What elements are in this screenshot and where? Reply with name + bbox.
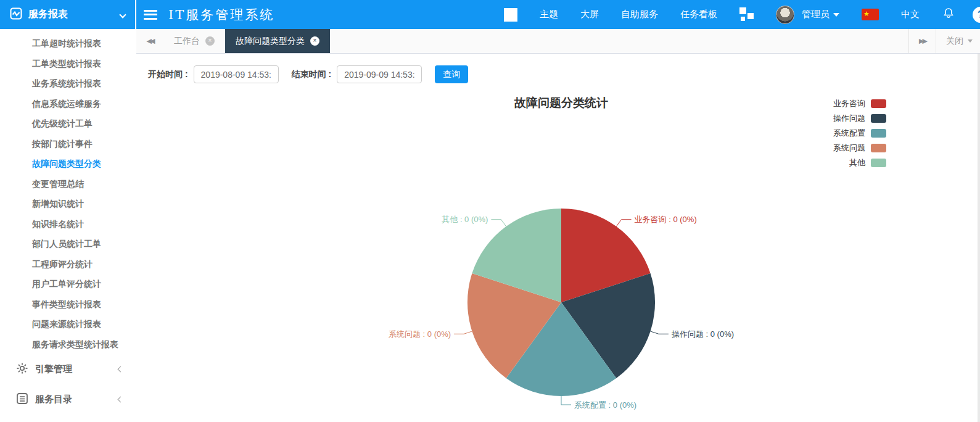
pie-label-line [561,396,571,405]
sidebar-section-label: 引擎管理 [35,363,112,375]
pie-label-line [651,331,669,334]
top-navbar: IT服务管理系统 主题 大屏 自助服务 任务看板 管理员 ★ 中文 ? [136,0,980,29]
apps-grid-icon[interactable] [739,7,754,22]
sidebar: 服务报表 工单超时统计报表工单类型统计报表业务系统统计报表信息系统运维服务优先级… [0,0,135,422]
end-time-input[interactable] [337,65,422,83]
sidebar-item[interactable]: 工单超时统计报表 [0,33,135,54]
gear-icon [16,362,28,376]
sidebar-section-engine[interactable]: 引擎管理 [0,354,135,384]
app-window: 服务报表 工单超时统计报表工单类型统计报表业务系统统计报表信息系统运维服务优先级… [0,0,980,422]
nav-item-selfservice[interactable]: 自助服务 [621,9,658,20]
start-time-input[interactable] [194,65,279,83]
caret-down-icon [968,39,973,43]
sidebar-item[interactable]: 问题来源统计报表 [0,314,135,334]
tab-bar: ◀◀ 工作台×故障问题类型分类× ▶▶ 关闭 [136,29,980,54]
catalog-icon [16,392,28,407]
china-flag-icon: ★ [862,9,879,20]
tab-label: 故障问题类型分类 [236,36,305,47]
sidebar-item[interactable]: 优先级统计工单 [0,114,135,134]
theme-color-swatch[interactable] [504,8,517,22]
tab-close-icon[interactable]: × [205,36,215,46]
tab-label: 工作台 [174,36,200,47]
sidebar-item[interactable]: 故障问题类型分类 [0,154,135,174]
pie-label: 业务咨询 : 0 (0%) [635,215,697,224]
sidebar-header[interactable]: 服务报表 [0,0,135,29]
caret-down-icon [833,13,839,17]
pie-label: 操作问题 : 0 (0%) [671,329,734,339]
search-button[interactable]: 查询 [435,65,468,83]
date-filter-bar: 开始时间 : 结束时间 : 查询 [148,65,468,83]
pie-label: 其他 : 0 (0%) [442,215,488,224]
end-time-label: 结束时间 : [292,69,332,80]
sidebar-item[interactable]: 服务请求类型统计报表 [0,334,135,355]
sidebar-item[interactable]: 变更管理总结 [0,174,135,194]
language-switcher[interactable]: 中文 [901,9,920,20]
bell-icon[interactable] [942,7,955,23]
close-tabs-button[interactable]: 关闭 [936,29,980,53]
sidebar-section-label: 服务目录 [35,394,112,405]
nav-item-taskboard[interactable]: 任务看板 [680,9,717,20]
main-area: IT服务管理系统 主题 大屏 自助服务 任务看板 管理员 ★ 中文 ? [136,0,980,422]
content-panel: 开始时间 : 结束时间 : 查询 故障问题分类统计 业务咨询操作问题系统配置系统… [136,54,980,422]
user-name: 管理员 [802,9,830,20]
pie-chart: 业务咨询 : 0 (0%)操作问题 : 0 (0%)系统配置 : 0 (0%)系… [136,54,980,421]
sidebar-item[interactable]: 事件类型统计报表 [0,294,135,315]
chevron-left-icon [118,366,124,373]
tabs-scroll-left-button[interactable]: ◀◀ [136,29,163,53]
sidebar-item[interactable]: 工程师评分统计 [0,254,135,275]
start-time-label: 开始时间 : [148,69,188,80]
tabs-list: 工作台×故障问题类型分类× [163,29,908,53]
sidebar-item[interactable]: 新增知识统计 [0,194,135,214]
tab-close-icon[interactable]: × [310,36,319,46]
nav-item-bigscreen[interactable]: 大屏 [580,9,599,20]
user-dropdown[interactable]: 管理员 [802,9,839,20]
sidebar-item[interactable]: 用户工单评分统计 [0,274,135,294]
pie-label: 系统配置 : 0 (0%) [574,400,636,410]
hamburger-menu-icon[interactable] [144,10,157,20]
tab[interactable]: 工作台× [163,29,225,53]
sidebar-item[interactable]: 工单类型统计报表 [0,54,135,74]
help-icon[interactable]: ? [973,7,980,23]
tab[interactable]: 故障问题类型分类× [225,29,330,53]
sidebar-menu: 工单超时统计报表工单类型统计报表业务系统统计报表信息系统运维服务优先级统计工单按… [0,29,135,354]
report-chart-icon [10,7,22,22]
pie-label-line [454,331,472,334]
sidebar-item[interactable]: 业务系统统计报表 [0,73,135,94]
sidebar-section-catalog[interactable]: 服务目录 [0,384,135,415]
pie-label: 系统问题 : 0 (0%) [389,329,451,339]
chevron-left-icon [118,397,124,403]
scrollbar-track[interactable] [978,54,980,422]
sidebar-item[interactable]: 按部门统计事件 [0,134,135,154]
navbar-right: 主题 大屏 自助服务 任务看板 管理员 ★ 中文 ? [504,6,980,24]
sidebar-item[interactable]: 知识排名统计 [0,214,135,234]
sidebar-item[interactable]: 部门人员统计工单 [0,234,135,254]
nav-item-theme[interactable]: 主题 [540,9,558,20]
app-title: IT服务管理系统 [168,6,274,23]
pie-label-line [491,220,506,226]
pie-label-line [616,220,631,226]
tabs-scroll-right-button[interactable]: ▶▶ [908,29,936,53]
close-tabs-label: 关闭 [946,36,963,47]
sidebar-item[interactable]: 信息系统运维服务 [0,94,135,114]
sidebar-header-label: 服务报表 [28,8,114,21]
chevron-down-icon[interactable] [119,11,126,18]
avatar[interactable] [776,6,794,24]
